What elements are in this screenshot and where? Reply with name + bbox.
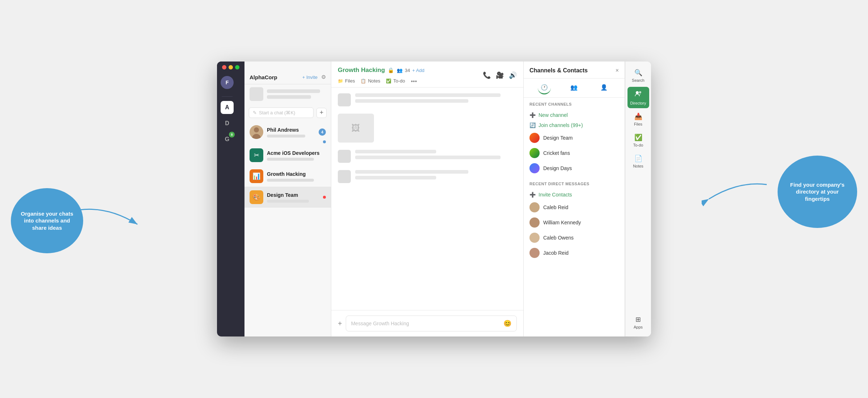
jacob-reid-name: Jacob Reid <box>543 250 569 256</box>
rail-item-d[interactable]: D <box>221 117 234 130</box>
right-tooltip: Find your company's directory at your fi… <box>778 156 857 228</box>
notes-label: Notes <box>368 78 380 84</box>
contact-william-kennedy[interactable]: William Kennedy <box>529 215 619 230</box>
acme-preview <box>267 158 314 161</box>
more-options-button[interactable]: ••• <box>411 78 417 87</box>
chat-message-4 <box>338 170 517 183</box>
rail-apps[interactable]: ⊞ Apps <box>627 313 649 332</box>
msg-content-1 <box>355 93 517 103</box>
message-input[interactable]: Message Growth Hacking 😊 <box>346 316 517 331</box>
loading-line-2 <box>267 95 311 99</box>
phone-button[interactable]: 📞 <box>483 71 491 79</box>
todo-icon: ✅ <box>386 79 391 84</box>
right-rail: 🔍 Search Directory 📥 Files ✅ To-do 📄 <box>625 62 651 336</box>
rp-header: Channels & Contacts × <box>524 62 625 79</box>
files-rail-label: Files <box>634 122 642 126</box>
contact-jacob-reid[interactable]: Jacob Reid <box>529 245 619 261</box>
rail-directory[interactable]: Directory <box>627 87 649 108</box>
sidebar-item-acme[interactable]: ✂ Acme iOS Developers <box>244 145 331 166</box>
rp-tabs: 🕐 👥 👤 <box>524 79 625 98</box>
loading-avatar <box>250 87 263 101</box>
icon-rail: F A D G 8 <box>217 72 237 150</box>
chat-body: 🖼 <box>331 88 523 310</box>
add-members-button[interactable]: + Add <box>412 68 425 73</box>
new-channel-button[interactable]: ➕ New channel <box>529 110 619 120</box>
rp-close-button[interactable]: × <box>616 67 619 74</box>
channel-design-days[interactable]: Design Days <box>529 161 619 176</box>
edit-icon: ✎ <box>253 110 257 115</box>
rail-files[interactable]: 📥 Files <box>627 110 649 129</box>
rail-item-a[interactable]: A <box>221 101 234 114</box>
directory-rail-label: Directory <box>630 101 646 105</box>
invite-button[interactable]: + Invite <box>302 75 318 80</box>
app-window: F A D G 8 AlphaCorp + Invite ⚙ <box>217 62 651 336</box>
phil-badge: 4 <box>319 128 326 136</box>
files-label: Files <box>345 78 355 84</box>
volume-button[interactable]: 🔊 <box>509 71 517 79</box>
contact-caleb-reid[interactable]: Caleb Reid <box>529 200 619 215</box>
channel-cricket-fans[interactable]: Cricket fans <box>529 145 619 161</box>
sidebar-item-design[interactable]: 🎨 Design Team <box>244 187 331 208</box>
phil-info: Phil Andrews <box>267 127 315 137</box>
chat-input-bar: + Message Growth Hacking 😊 <box>331 310 523 336</box>
invite-contacts-button[interactable]: ➕ Invite Contacts <box>529 190 619 200</box>
user-avatar[interactable]: F <box>221 76 234 89</box>
acme-avatar: ✂ <box>250 148 263 162</box>
invite-contacts-label: Invite Contacts <box>539 192 572 198</box>
msg-avatar-3 <box>338 150 351 163</box>
rp-tab-contacts[interactable]: 👤 <box>597 81 610 94</box>
todo-rail-label: To-do <box>633 143 643 147</box>
tab-todo[interactable]: ✅ To-do <box>386 78 405 87</box>
sidebar-search[interactable]: ✎ Start a chat (⌘K) <box>249 107 314 118</box>
rail-notes[interactable]: 📄 Notes <box>627 152 649 171</box>
msg-line-4b <box>355 176 436 179</box>
right-arrow <box>702 177 774 206</box>
design-avatar: 🎨 <box>250 190 263 204</box>
tab-notes[interactable]: 📋 Notes <box>361 78 380 87</box>
acme-icon: ✂ <box>254 151 259 159</box>
rail-a-letter: A <box>225 104 229 111</box>
loading-line-1 <box>267 89 320 93</box>
design-team-name: Design Team <box>543 135 573 141</box>
video-button[interactable]: 🎥 <box>496 71 504 79</box>
message-placeholder: Message Growth Hacking <box>351 321 409 326</box>
channel-design-team[interactable]: Design Team <box>529 130 619 145</box>
rail-g-badge: 8 <box>229 132 235 137</box>
join-channels-button[interactable]: 🔄 Join channels (99+) <box>529 120 619 130</box>
emoji-button[interactable]: 😊 <box>503 319 511 327</box>
sidebar-item-growth[interactable]: 📊 Growth Hacking <box>244 166 331 187</box>
right-tooltip-text: Find your company's directory at your fi… <box>784 181 851 203</box>
close-dot[interactable] <box>222 65 226 69</box>
msg-content-4 <box>355 170 517 179</box>
todo-label: To-do <box>393 78 405 84</box>
notes-rail-icon: 📄 <box>634 154 642 162</box>
rail-item-g[interactable]: G 8 <box>221 133 234 146</box>
rail-todo[interactable]: ✅ To-do <box>627 131 649 150</box>
new-chat-button[interactable]: + <box>316 108 327 118</box>
rp-tab-recent[interactable]: 🕐 <box>538 81 551 94</box>
tab-files[interactable]: 📁 Files <box>338 78 355 87</box>
rp-title: Channels & Contacts <box>529 67 588 74</box>
rail-d-letter: D <box>225 120 229 127</box>
contact-caleb-owens[interactable]: Caleb Owens <box>529 230 619 245</box>
settings-icon[interactable]: ⚙ <box>321 74 326 80</box>
minimize-dot[interactable] <box>229 65 233 69</box>
growth-name: Growth Hacking <box>267 171 326 177</box>
design-notification-dot <box>323 196 326 199</box>
chat-header-left: Growth Hacking 🔒 👥 34 + Add 📁 Files 📋 <box>338 67 424 87</box>
left-arrow <box>72 203 145 232</box>
notes-icon: 📋 <box>361 79 366 84</box>
image-icon: 🖼 <box>352 123 360 133</box>
rail-search[interactable]: 🔍 Search <box>627 66 649 85</box>
chat-tabs: 📁 Files 📋 Notes ✅ To-do ••• <box>338 76 424 87</box>
rp-tab-channels[interactable]: 👥 <box>567 81 580 94</box>
invite-contacts-icon: ➕ <box>529 192 536 198</box>
attach-button[interactable]: + <box>338 319 342 328</box>
rp-body: RECENT CHANNELS ➕ New channel 🔄 Join cha… <box>524 98 625 336</box>
sidebar-item-phil[interactable]: Phil Andrews 4 <box>244 122 331 143</box>
chat-message-2: 🖼 <box>338 114 517 143</box>
msg-line-3b <box>355 156 501 159</box>
cricket-fans-name: Cricket fans <box>543 150 570 156</box>
caleb-reid-avatar <box>529 202 540 212</box>
maximize-dot[interactable] <box>235 65 239 69</box>
